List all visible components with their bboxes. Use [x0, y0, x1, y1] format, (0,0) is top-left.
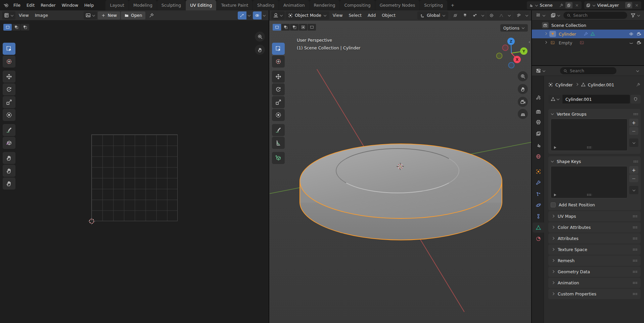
viewport-canvas[interactable]: User Perspective (1) Scene Collection | … — [269, 21, 531, 323]
uv-select-mode-set[interactable] — [3, 24, 12, 31]
vp-menu-view[interactable]: View — [330, 13, 346, 18]
proportional-editing-toggle[interactable] — [487, 11, 496, 19]
viewport-pan-button[interactable] — [518, 84, 528, 94]
tab-constraint-properties[interactable] — [533, 211, 544, 221]
tab-animation[interactable]: Animation — [279, 0, 309, 10]
vp-select-mode-set[interactable] — [273, 24, 281, 31]
tab-geometry-nodes[interactable]: Geometry Nodes — [375, 0, 419, 10]
vertex-group-specials-button[interactable] — [629, 138, 638, 147]
tab-shading[interactable]: Shading — [253, 0, 279, 10]
uv-rotate-tool[interactable] — [3, 83, 15, 95]
mode-selector[interactable]: Object Mode — [285, 11, 329, 19]
uv-rip-region-tool[interactable] — [3, 137, 15, 149]
menu-edit[interactable]: Edit — [24, 0, 38, 10]
menu-render[interactable]: Render — [38, 0, 59, 10]
sidebar-collapse-arrow[interactable]: ‹ — [528, 39, 530, 44]
axis-neg-z-ball[interactable] — [509, 63, 514, 68]
snap-with-button[interactable] — [470, 11, 480, 19]
viewport-camera-view-button[interactable] — [518, 97, 528, 107]
tab-object-data-properties[interactable] — [533, 223, 544, 233]
uv-scale-tool[interactable] — [3, 96, 15, 108]
uv-pan-button[interactable] — [255, 45, 265, 55]
tab-material-properties[interactable] — [533, 234, 544, 244]
panel-geometry-data[interactable]: Geometry Data — [548, 267, 641, 277]
data-name-input[interactable]: Cylinder.001 — [562, 95, 630, 104]
panel-drag-grip[interactable] — [633, 282, 638, 284]
properties-search-input[interactable] — [570, 68, 613, 73]
falloff-chevron[interactable] — [507, 11, 512, 19]
viewlayer-selector[interactable]: ViewLayer × — [584, 1, 641, 9]
vp-select-mode-intersect[interactable] — [308, 24, 316, 31]
tab-compositing[interactable]: Compositing — [340, 0, 375, 10]
vp-scale-tool[interactable] — [272, 96, 285, 108]
uv-2d-cursor[interactable] — [87, 217, 96, 226]
render-camera-icon[interactable] — [637, 40, 641, 45]
new-viewlayer-button[interactable] — [625, 2, 632, 8]
pin-icon[interactable] — [149, 12, 154, 18]
remove-vertex-group-button[interactable]: − — [629, 127, 638, 135]
panel-drag-grip[interactable] — [633, 215, 638, 217]
list-resize-grip[interactable] — [587, 146, 592, 149]
outliner-editor-type-button[interactable] — [534, 11, 547, 19]
panel-attributes[interactable]: Attributes — [548, 233, 641, 244]
data-type-button[interactable] — [548, 95, 562, 104]
outliner-search-input[interactable] — [573, 13, 624, 18]
tab-object-properties[interactable] — [533, 166, 544, 176]
vp-annotate-tool[interactable] — [272, 124, 285, 136]
properties-editor-type-button[interactable] — [534, 67, 547, 75]
panel-header-vertex-groups[interactable]: Vertex Groups — [551, 110, 638, 118]
shape-keys-list[interactable] — [551, 166, 628, 198]
proportional-falloff-button[interactable] — [496, 11, 506, 19]
axis-neg-x-ball[interactable] — [503, 45, 508, 51]
remove-shape-key-button[interactable]: − — [629, 174, 638, 182]
navigation-axis-gizmo[interactable]: Z Y X — [493, 35, 530, 72]
vp-select-box-tool[interactable] — [272, 43, 285, 55]
panel-drag-grip[interactable] — [633, 248, 638, 251]
tab-viewlayer-properties[interactable] — [533, 128, 544, 138]
tab-scene-properties[interactable] — [533, 140, 544, 150]
hidden-eye-closed-icon[interactable] — [629, 40, 634, 45]
list-filter-expand-icon[interactable] — [554, 194, 556, 196]
add-vertex-group-button[interactable]: + — [629, 119, 638, 126]
menu-help[interactable]: Help — [81, 0, 97, 10]
mesh-data-icon[interactable] — [590, 32, 595, 36]
outliner-row-empty[interactable]: Empty — [532, 38, 644, 47]
outliner-filter-button[interactable] — [629, 11, 642, 19]
vp-transform-tool[interactable] — [272, 109, 285, 121]
tab-sculpting[interactable]: Sculpting — [157, 0, 185, 10]
options-button[interactable]: Options — [500, 24, 528, 32]
new-scene-button[interactable] — [565, 2, 572, 8]
render-camera-icon[interactable] — [637, 32, 641, 36]
image-data-icon[interactable] — [580, 40, 584, 45]
uv-annotate-tool[interactable] — [3, 124, 15, 136]
uv-relax-tool[interactable] — [3, 165, 15, 177]
list-resize-grip[interactable] — [587, 194, 592, 196]
uv-menu-view[interactable]: View — [16, 13, 32, 18]
tab-uv-editing[interactable]: UV Editing — [186, 0, 216, 10]
add-shape-key-button[interactable]: + — [629, 166, 638, 174]
uv-show-gizmos-toggle[interactable] — [238, 11, 251, 19]
uv-select-box-tool[interactable] — [3, 43, 15, 55]
outliner-search[interactable] — [563, 12, 627, 19]
expand-icon[interactable] — [544, 41, 547, 44]
panel-drag-grip[interactable] — [633, 293, 638, 295]
image-browse-button[interactable] — [84, 11, 97, 19]
expand-icon[interactable] — [544, 32, 547, 35]
transform-orientation-selector[interactable]: Global — [417, 11, 448, 19]
vp-rotate-tool[interactable] — [272, 83, 285, 95]
vp-menu-select[interactable]: Select — [346, 13, 364, 18]
uv-menu-image[interactable]: Image — [32, 13, 51, 18]
3d-cursor[interactable] — [396, 162, 405, 171]
uv-pinch-tool[interactable] — [3, 177, 15, 190]
snap-toggle[interactable] — [461, 11, 469, 19]
pin-icon[interactable] — [636, 82, 641, 87]
panel-drag-grip[interactable] — [633, 226, 638, 229]
properties-options-chevron[interactable] — [633, 67, 642, 75]
uv-select-mode-subtract[interactable] — [21, 24, 29, 31]
panel-drag-grip[interactable] — [633, 113, 638, 115]
menu-window[interactable]: Window — [59, 0, 81, 10]
vp-select-mode-extend[interactable] — [281, 24, 290, 31]
hide-eye-icon[interactable] — [629, 32, 634, 36]
uv-editor-type-button[interactable] — [2, 11, 15, 19]
panel-animation[interactable]: Animation — [548, 278, 641, 288]
